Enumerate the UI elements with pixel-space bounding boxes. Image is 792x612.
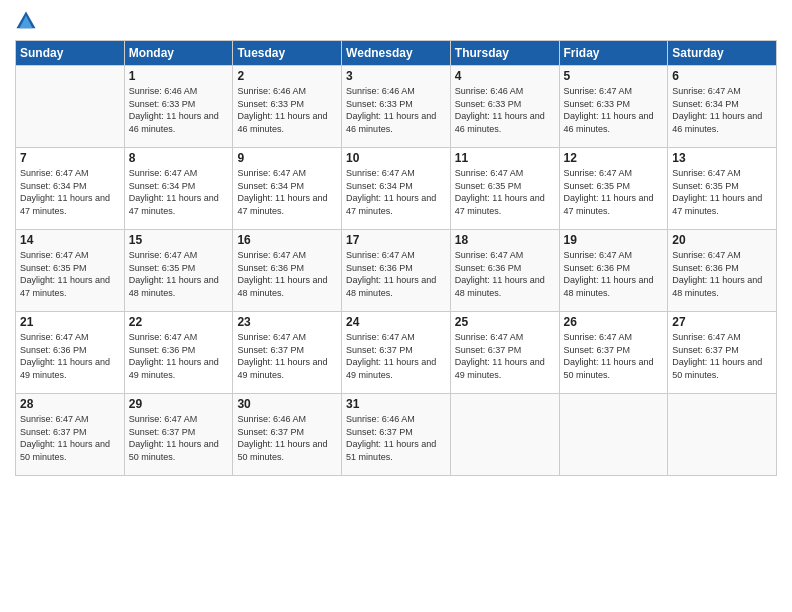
- day-number: 12: [564, 151, 664, 165]
- day-number: 23: [237, 315, 337, 329]
- day-cell: 30Sunrise: 6:46 AMSunset: 6:37 PMDayligh…: [233, 394, 342, 476]
- day-cell: [559, 394, 668, 476]
- header-cell-friday: Friday: [559, 41, 668, 66]
- day-cell: 29Sunrise: 6:47 AMSunset: 6:37 PMDayligh…: [124, 394, 233, 476]
- day-cell: 23Sunrise: 6:47 AMSunset: 6:37 PMDayligh…: [233, 312, 342, 394]
- day-cell: [668, 394, 777, 476]
- header-cell-thursday: Thursday: [450, 41, 559, 66]
- logo-icon: [15, 10, 37, 32]
- day-info: Sunrise: 6:47 AMSunset: 6:36 PMDaylight:…: [20, 331, 120, 381]
- header-cell-wednesday: Wednesday: [342, 41, 451, 66]
- day-number: 6: [672, 69, 772, 83]
- day-number: 13: [672, 151, 772, 165]
- page: SundayMondayTuesdayWednesdayThursdayFrid…: [0, 0, 792, 612]
- day-number: 17: [346, 233, 446, 247]
- day-info: Sunrise: 6:47 AMSunset: 6:36 PMDaylight:…: [346, 249, 446, 299]
- day-info: Sunrise: 6:47 AMSunset: 6:36 PMDaylight:…: [129, 331, 229, 381]
- day-number: 19: [564, 233, 664, 247]
- day-info: Sunrise: 6:47 AMSunset: 6:35 PMDaylight:…: [564, 167, 664, 217]
- day-number: 1: [129, 69, 229, 83]
- day-cell: 27Sunrise: 6:47 AMSunset: 6:37 PMDayligh…: [668, 312, 777, 394]
- day-info: Sunrise: 6:46 AMSunset: 6:33 PMDaylight:…: [237, 85, 337, 135]
- day-cell: 19Sunrise: 6:47 AMSunset: 6:36 PMDayligh…: [559, 230, 668, 312]
- day-info: Sunrise: 6:47 AMSunset: 6:34 PMDaylight:…: [237, 167, 337, 217]
- calendar-table: SundayMondayTuesdayWednesdayThursdayFrid…: [15, 40, 777, 476]
- day-cell: 4Sunrise: 6:46 AMSunset: 6:33 PMDaylight…: [450, 66, 559, 148]
- day-number: 30: [237, 397, 337, 411]
- day-number: 27: [672, 315, 772, 329]
- header-cell-sunday: Sunday: [16, 41, 125, 66]
- day-info: Sunrise: 6:47 AMSunset: 6:36 PMDaylight:…: [455, 249, 555, 299]
- day-cell: 16Sunrise: 6:47 AMSunset: 6:36 PMDayligh…: [233, 230, 342, 312]
- day-number: 16: [237, 233, 337, 247]
- day-cell: 20Sunrise: 6:47 AMSunset: 6:36 PMDayligh…: [668, 230, 777, 312]
- day-number: 11: [455, 151, 555, 165]
- day-cell: 26Sunrise: 6:47 AMSunset: 6:37 PMDayligh…: [559, 312, 668, 394]
- day-info: Sunrise: 6:47 AMSunset: 6:37 PMDaylight:…: [672, 331, 772, 381]
- day-info: Sunrise: 6:47 AMSunset: 6:37 PMDaylight:…: [237, 331, 337, 381]
- day-cell: 8Sunrise: 6:47 AMSunset: 6:34 PMDaylight…: [124, 148, 233, 230]
- day-number: 10: [346, 151, 446, 165]
- day-cell: 14Sunrise: 6:47 AMSunset: 6:35 PMDayligh…: [16, 230, 125, 312]
- day-number: 21: [20, 315, 120, 329]
- day-number: 7: [20, 151, 120, 165]
- day-number: 8: [129, 151, 229, 165]
- day-info: Sunrise: 6:47 AMSunset: 6:34 PMDaylight:…: [672, 85, 772, 135]
- day-cell: 3Sunrise: 6:46 AMSunset: 6:33 PMDaylight…: [342, 66, 451, 148]
- day-cell: 28Sunrise: 6:47 AMSunset: 6:37 PMDayligh…: [16, 394, 125, 476]
- day-info: Sunrise: 6:46 AMSunset: 6:37 PMDaylight:…: [346, 413, 446, 463]
- header-cell-saturday: Saturday: [668, 41, 777, 66]
- day-cell: 17Sunrise: 6:47 AMSunset: 6:36 PMDayligh…: [342, 230, 451, 312]
- week-row-3: 14Sunrise: 6:47 AMSunset: 6:35 PMDayligh…: [16, 230, 777, 312]
- day-number: 25: [455, 315, 555, 329]
- day-info: Sunrise: 6:47 AMSunset: 6:34 PMDaylight:…: [346, 167, 446, 217]
- day-info: Sunrise: 6:47 AMSunset: 6:34 PMDaylight:…: [129, 167, 229, 217]
- day-number: 28: [20, 397, 120, 411]
- day-info: Sunrise: 6:46 AMSunset: 6:33 PMDaylight:…: [129, 85, 229, 135]
- day-cell: 12Sunrise: 6:47 AMSunset: 6:35 PMDayligh…: [559, 148, 668, 230]
- day-cell: 6Sunrise: 6:47 AMSunset: 6:34 PMDaylight…: [668, 66, 777, 148]
- day-cell: 1Sunrise: 6:46 AMSunset: 6:33 PMDaylight…: [124, 66, 233, 148]
- day-cell: 11Sunrise: 6:47 AMSunset: 6:35 PMDayligh…: [450, 148, 559, 230]
- day-info: Sunrise: 6:47 AMSunset: 6:37 PMDaylight:…: [346, 331, 446, 381]
- day-cell: 13Sunrise: 6:47 AMSunset: 6:35 PMDayligh…: [668, 148, 777, 230]
- day-number: 22: [129, 315, 229, 329]
- day-info: Sunrise: 6:47 AMSunset: 6:34 PMDaylight:…: [20, 167, 120, 217]
- day-number: 15: [129, 233, 229, 247]
- day-info: Sunrise: 6:47 AMSunset: 6:35 PMDaylight:…: [672, 167, 772, 217]
- day-cell: 24Sunrise: 6:47 AMSunset: 6:37 PMDayligh…: [342, 312, 451, 394]
- day-cell: 21Sunrise: 6:47 AMSunset: 6:36 PMDayligh…: [16, 312, 125, 394]
- day-info: Sunrise: 6:46 AMSunset: 6:33 PMDaylight:…: [455, 85, 555, 135]
- day-info: Sunrise: 6:47 AMSunset: 6:35 PMDaylight:…: [455, 167, 555, 217]
- day-info: Sunrise: 6:47 AMSunset: 6:33 PMDaylight:…: [564, 85, 664, 135]
- week-row-1: 1Sunrise: 6:46 AMSunset: 6:33 PMDaylight…: [16, 66, 777, 148]
- week-row-4: 21Sunrise: 6:47 AMSunset: 6:36 PMDayligh…: [16, 312, 777, 394]
- day-info: Sunrise: 6:46 AMSunset: 6:33 PMDaylight:…: [346, 85, 446, 135]
- day-info: Sunrise: 6:47 AMSunset: 6:36 PMDaylight:…: [672, 249, 772, 299]
- day-number: 20: [672, 233, 772, 247]
- day-info: Sunrise: 6:47 AMSunset: 6:36 PMDaylight:…: [237, 249, 337, 299]
- day-number: 14: [20, 233, 120, 247]
- day-info: Sunrise: 6:47 AMSunset: 6:37 PMDaylight:…: [564, 331, 664, 381]
- day-info: Sunrise: 6:47 AMSunset: 6:35 PMDaylight:…: [129, 249, 229, 299]
- header: [15, 10, 777, 32]
- day-info: Sunrise: 6:47 AMSunset: 6:37 PMDaylight:…: [129, 413, 229, 463]
- day-cell: 5Sunrise: 6:47 AMSunset: 6:33 PMDaylight…: [559, 66, 668, 148]
- header-row: SundayMondayTuesdayWednesdayThursdayFrid…: [16, 41, 777, 66]
- day-info: Sunrise: 6:47 AMSunset: 6:37 PMDaylight:…: [20, 413, 120, 463]
- day-cell: 7Sunrise: 6:47 AMSunset: 6:34 PMDaylight…: [16, 148, 125, 230]
- day-number: 29: [129, 397, 229, 411]
- day-cell: 31Sunrise: 6:46 AMSunset: 6:37 PMDayligh…: [342, 394, 451, 476]
- day-cell: [450, 394, 559, 476]
- day-number: 3: [346, 69, 446, 83]
- day-info: Sunrise: 6:46 AMSunset: 6:37 PMDaylight:…: [237, 413, 337, 463]
- week-row-2: 7Sunrise: 6:47 AMSunset: 6:34 PMDaylight…: [16, 148, 777, 230]
- day-cell: 15Sunrise: 6:47 AMSunset: 6:35 PMDayligh…: [124, 230, 233, 312]
- header-cell-monday: Monday: [124, 41, 233, 66]
- day-info: Sunrise: 6:47 AMSunset: 6:36 PMDaylight:…: [564, 249, 664, 299]
- day-number: 4: [455, 69, 555, 83]
- day-info: Sunrise: 6:47 AMSunset: 6:35 PMDaylight:…: [20, 249, 120, 299]
- day-info: Sunrise: 6:47 AMSunset: 6:37 PMDaylight:…: [455, 331, 555, 381]
- day-number: 31: [346, 397, 446, 411]
- day-cell: 2Sunrise: 6:46 AMSunset: 6:33 PMDaylight…: [233, 66, 342, 148]
